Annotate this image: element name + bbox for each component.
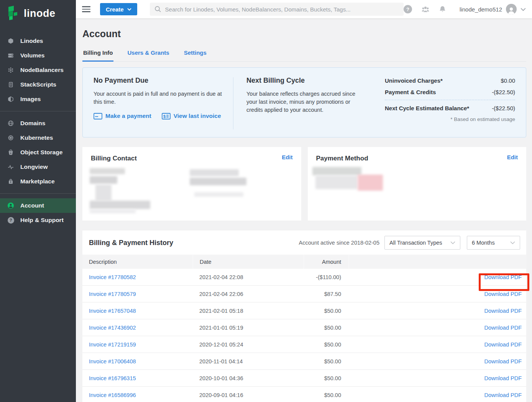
invoice-link[interactable]: Invoice #17436902 <box>89 325 136 331</box>
menu-icon[interactable] <box>82 6 90 12</box>
tab-settings[interactable]: Settings <box>183 46 207 62</box>
sidebar-item-help-support[interactable]: ? Help & Support <box>0 213 76 227</box>
view-last-invoice-link[interactable]: $ View last invoice <box>162 113 221 119</box>
sidebar-nav: Linodes Volumes NodeBalancers StackScrip… <box>0 27 76 227</box>
sidebar-item-object-storage[interactable]: Object Storage <box>0 145 76 160</box>
user-menu[interactable]: linode_demo512 <box>455 4 526 15</box>
sidebar-item-account[interactable]: Account <box>0 198 76 213</box>
invoice-link[interactable]: Invoice #17657048 <box>89 308 136 314</box>
sidebar-item-images[interactable]: Images <box>0 92 76 106</box>
billing-history-title: Billing & Payment History <box>89 239 173 247</box>
billing-contact-title: Billing Contact <box>91 155 293 162</box>
payment-credits-value: -($22.50) <box>492 89 515 95</box>
billing-figures: Uninvoiced Charges* $0.00 Payment & Cred… <box>385 77 515 137</box>
invoice-amount: $50.00 <box>304 325 349 331</box>
download-pdf-link[interactable]: Download PDF <box>484 291 522 297</box>
redacted-text <box>90 201 150 209</box>
payment-method-title: Payment Method <box>316 155 518 162</box>
sidebar-divider <box>0 111 76 111</box>
redacted-text <box>90 168 125 174</box>
billing-summary-panel: No Payment Due Your account is paid in f… <box>82 67 526 137</box>
invoice-link[interactable]: Invoice #16796315 <box>89 375 136 381</box>
download-pdf-link[interactable]: Download PDF <box>484 375 522 381</box>
page-title: Account <box>82 28 526 39</box>
redacted-card-info <box>312 167 361 175</box>
nodebalancer-icon <box>6 67 15 73</box>
redacted-text <box>190 169 239 176</box>
column-date: Date <box>193 255 304 269</box>
invoice-link[interactable]: Invoice #17219159 <box>89 342 136 348</box>
table-row: Invoice #17780579 2021-02-04 22:06 $87.5… <box>82 286 526 302</box>
transaction-type-select[interactable]: All Transaction Types <box>384 236 460 250</box>
next-billing-cycle-body: Your balance reflects charges accrued si… <box>246 90 365 114</box>
sidebar-item-stackscripts[interactable]: StackScripts <box>0 77 76 92</box>
invoice-link[interactable]: Invoice #17006408 <box>89 358 136 364</box>
uninvoiced-charges-label: Uninvoiced Charges* <box>385 77 443 84</box>
table-row: Invoice #17657048 2021-02-01 05:18 $50.0… <box>82 302 526 319</box>
tab-billing-info[interactable]: Billing Info <box>82 46 113 62</box>
notifications-bell-icon[interactable] <box>439 5 446 13</box>
download-pdf-link[interactable]: Download PDF <box>484 274 522 280</box>
figures-divider <box>385 100 515 100</box>
sidebar-item-nodebalancers[interactable]: NodeBalancers <box>0 63 76 77</box>
make-payment-link[interactable]: Make a payment <box>94 113 151 119</box>
account-active-since: Account active since 2018-02-05 <box>299 240 379 246</box>
community-icon[interactable] <box>421 6 430 13</box>
invoice-date: 2020-09-01 04:16 <box>193 392 304 398</box>
redacted-text <box>90 176 117 184</box>
topbar: Create ? linode_demo512 <box>76 0 532 18</box>
create-button[interactable]: Create <box>100 3 137 15</box>
sidebar-item-volumes[interactable]: Volumes <box>0 48 76 63</box>
invoice-link[interactable]: Invoice #17780582 <box>89 274 136 280</box>
billing-contact-edit-link[interactable]: Edit <box>282 154 292 160</box>
sidebar: linode Linodes Volumes NodeBalancers Sta… <box>0 0 76 402</box>
sidebar-item-linodes[interactable]: Linodes <box>0 34 76 48</box>
linode-icon <box>6 38 15 44</box>
download-pdf-link[interactable]: Download PDF <box>484 342 522 348</box>
billing-contact-card: Billing Contact Edit <box>82 147 301 221</box>
tab-bar: Billing Info Users & Grants Settings <box>82 46 526 62</box>
linode-logo[interactable]: linode <box>0 0 76 27</box>
linode-logo-icon <box>6 6 20 21</box>
download-pdf-link[interactable]: Download PDF <box>484 308 522 314</box>
chevron-down-icon <box>510 241 515 244</box>
no-payment-due-title: No Payment Due <box>94 77 224 85</box>
invoice-amount: $50.00 <box>304 308 349 314</box>
sidebar-item-kubernetes[interactable]: Kubernetes <box>0 131 76 145</box>
main-content: Account Billing Info Users & Grants Sett… <box>76 18 532 402</box>
column-actions <box>349 255 526 269</box>
tab-users-grants[interactable]: Users & Grants <box>126 46 170 62</box>
invoice-link[interactable]: Invoice #16586996 <box>89 392 136 398</box>
download-pdf-link[interactable]: Download PDF <box>484 392 522 398</box>
redacted-text <box>90 209 136 213</box>
table-row: Invoice #16586996 2020-09-01 04:16 $50.0… <box>82 387 526 402</box>
download-pdf-link[interactable]: Download PDF <box>484 325 522 331</box>
invoice-date: 2021-02-04 22:06 <box>193 291 304 297</box>
invoice-icon: $ <box>162 113 171 119</box>
sidebar-divider <box>0 193 76 194</box>
invoice-date: 2020-11-01 04:14 <box>193 358 304 364</box>
sidebar-item-domains[interactable]: Domains <box>0 116 76 131</box>
search-bar <box>150 3 404 16</box>
search-input[interactable] <box>165 6 399 13</box>
redacted-text <box>194 192 243 197</box>
invoice-date: 2021-01-01 05:19 <box>193 325 304 331</box>
payment-method-edit-link[interactable]: Edit <box>507 154 518 160</box>
avatar <box>506 4 517 15</box>
estimated-balance-value: -($22.50) <box>492 105 515 111</box>
sidebar-item-longview[interactable]: Longview <box>0 160 76 174</box>
help-icon[interactable]: ? <box>404 5 412 13</box>
help-icon: ? <box>6 217 15 224</box>
invoice-amount: -($110.00) <box>304 274 349 280</box>
username: linode_demo512 <box>460 6 502 13</box>
invoice-link[interactable]: Invoice #17780579 <box>89 291 136 297</box>
svg-text:$: $ <box>163 114 166 118</box>
table-row: Invoice #17006408 2020-11-01 04:14 $50.0… <box>82 353 526 370</box>
date-range-select[interactable]: 6 Months <box>467 236 520 250</box>
table-row: Invoice #16796315 2020-10-01 04:36 $50.0… <box>82 370 526 387</box>
account-icon <box>6 202 15 209</box>
object-storage-icon <box>6 149 15 155</box>
download-pdf-link[interactable]: Download PDF <box>484 358 522 364</box>
sidebar-item-marketplace[interactable]: Marketplace <box>0 174 76 189</box>
table-row: Invoice #17780582 2021-02-04 22:08 -($11… <box>82 269 526 286</box>
